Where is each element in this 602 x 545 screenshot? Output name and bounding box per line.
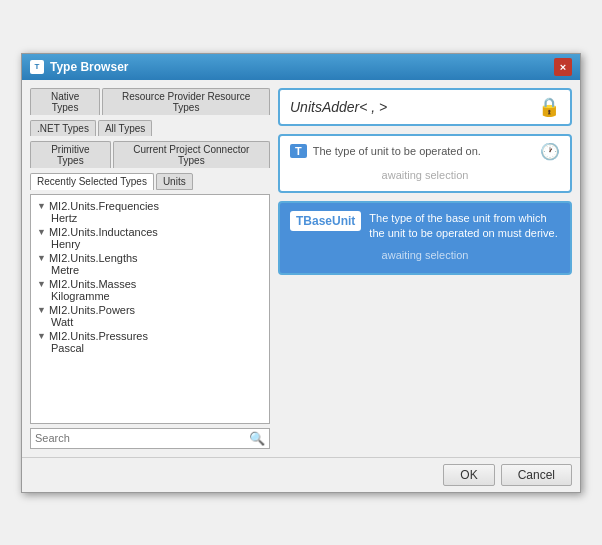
tab-units[interactable]: Units — [156, 173, 193, 190]
list-item: ▼ MI2.Units.Frequencies Hertz — [33, 199, 267, 225]
list-item-henry[interactable]: Henry — [37, 238, 263, 250]
group-label: MI2.Units.Inductances — [49, 226, 158, 238]
param1-description: The type of unit to be operated on. — [313, 145, 481, 157]
dialog-body: Native Types Resource Provider Resource … — [22, 80, 580, 457]
type-browser-dialog: T Type Browser × Native Types Resource P… — [21, 53, 581, 493]
tabs-row-3: Primitive Types Current Project Connecto… — [30, 141, 270, 168]
tab-connector-types[interactable]: Current Project Connector Types — [113, 141, 270, 168]
tabs-row-2: .NET Types All Types — [30, 120, 270, 136]
list-item: ▼ MI2.Units.Lengths Metre — [33, 251, 267, 277]
list-item-kilogramme[interactable]: Kilogramme — [37, 290, 263, 302]
tabs-row-1: Native Types Resource Provider Resource … — [30, 88, 270, 115]
dialog-footer: OK Cancel — [22, 457, 580, 492]
left-panel: Native Types Resource Provider Resource … — [30, 88, 270, 449]
title-bar: T Type Browser × — [22, 54, 580, 80]
param1-awaiting: awaiting selection — [290, 165, 560, 185]
list-group-inductances[interactable]: ▼ MI2.Units.Inductances — [37, 226, 263, 238]
param2-badge: TBaseUnit — [290, 211, 361, 231]
search-bar: 🔍 — [30, 428, 270, 449]
tab-all-types[interactable]: All Types — [98, 120, 152, 136]
expand-arrow: ▼ — [37, 331, 46, 341]
group-label: MI2.Units.Powers — [49, 304, 135, 316]
param2-description: The type of the base unit from which the… — [369, 211, 560, 242]
ok-button[interactable]: OK — [443, 464, 494, 486]
list-item-watt[interactable]: Watt — [37, 316, 263, 328]
tab-recently-selected[interactable]: Recently Selected Types — [30, 173, 154, 190]
param1-badge: T — [290, 144, 307, 158]
group-label: MI2.Units.Masses — [49, 278, 136, 290]
cancel-button[interactable]: Cancel — [501, 464, 572, 486]
list-group-masses[interactable]: ▼ MI2.Units.Masses — [37, 278, 263, 290]
group-label: MI2.Units.Frequencies — [49, 200, 159, 212]
list-item: ▼ MI2.Units.Pressures Pascal — [33, 329, 267, 355]
search-button[interactable]: 🔍 — [249, 431, 265, 446]
param1-box: T The type of unit to be operated on. 🕐 … — [278, 134, 572, 193]
param2-box: TBaseUnit The type of the base unit from… — [278, 201, 572, 276]
lock-icon: 🔒 — [538, 96, 560, 118]
expand-arrow: ▼ — [37, 227, 46, 237]
list-item: ▼ MI2.Units.Masses Kilogramme — [33, 277, 267, 303]
expand-arrow: ▼ — [37, 279, 46, 289]
close-button[interactable]: × — [554, 58, 572, 76]
type-list[interactable]: ▼ MI2.Units.Frequencies Hertz ▼ MI2.Unit… — [30, 194, 270, 424]
type-name: UnitsAdder< , > — [290, 99, 387, 115]
list-group-pressures[interactable]: ▼ MI2.Units.Pressures — [37, 330, 263, 342]
param1-header-left: T The type of unit to be operated on. — [290, 144, 481, 158]
list-group-frequencies[interactable]: ▼ MI2.Units.Frequencies — [37, 200, 263, 212]
list-scroll: ▼ MI2.Units.Frequencies Hertz ▼ MI2.Unit… — [30, 194, 270, 424]
list-item-pascal[interactable]: Pascal — [37, 342, 263, 354]
dialog-icon: T — [30, 60, 44, 74]
list-item: ▼ MI2.Units.Powers Watt — [33, 303, 267, 329]
expand-arrow: ▼ — [37, 201, 46, 211]
tab-resource-provider[interactable]: Resource Provider Resource Types — [102, 88, 270, 115]
tab-primitive-types[interactable]: Primitive Types — [30, 141, 111, 168]
param1-header: T The type of unit to be operated on. 🕐 — [290, 142, 560, 161]
right-panel: UnitsAdder< , > 🔒 T The type of unit to … — [278, 88, 572, 449]
tabs-row-4: Recently Selected Types Units — [30, 173, 270, 190]
expand-arrow: ▼ — [37, 253, 46, 263]
list-group-lengths[interactable]: ▼ MI2.Units.Lengths — [37, 252, 263, 264]
clock-icon: 🕐 — [540, 142, 560, 161]
title-bar-left: T Type Browser — [30, 60, 128, 74]
list-item: ▼ MI2.Units.Inductances Henry — [33, 225, 267, 251]
list-group-powers[interactable]: ▼ MI2.Units.Powers — [37, 304, 263, 316]
dialog-title: Type Browser — [50, 60, 128, 74]
type-header-box: UnitsAdder< , > 🔒 — [278, 88, 572, 126]
search-input[interactable] — [35, 432, 245, 444]
group-label: MI2.Units.Pressures — [49, 330, 148, 342]
param2-header: TBaseUnit The type of the base unit from… — [290, 211, 560, 242]
list-container: ▼ MI2.Units.Frequencies Hertz ▼ MI2.Unit… — [30, 194, 270, 424]
tab-native-types[interactable]: Native Types — [30, 88, 100, 115]
group-label: MI2.Units.Lengths — [49, 252, 138, 264]
list-item-metre[interactable]: Metre — [37, 264, 263, 276]
param2-awaiting: awaiting selection — [290, 245, 560, 265]
tab-dotnet-types[interactable]: .NET Types — [30, 120, 96, 136]
expand-arrow: ▼ — [37, 305, 46, 315]
list-item-hertz[interactable]: Hertz — [37, 212, 263, 224]
